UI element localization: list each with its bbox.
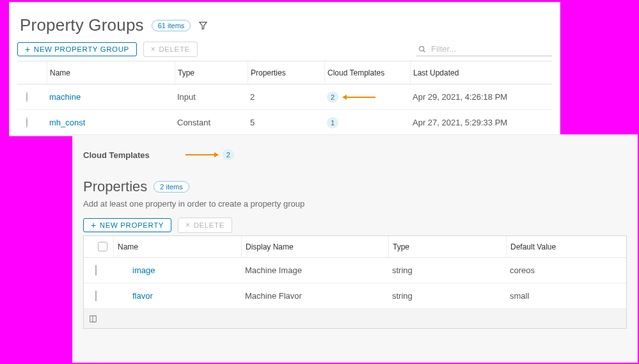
button-label: Delete <box>159 45 189 53</box>
close-icon: × <box>185 221 191 230</box>
cell-default: small <box>506 291 626 301</box>
select-all-checkbox[interactable] <box>98 242 107 251</box>
group-name-link[interactable]: machine <box>49 92 81 102</box>
svg-point-1 <box>420 46 424 51</box>
new-property-group-button[interactable]: + New Property Group <box>17 42 137 56</box>
radio-select[interactable] <box>26 91 28 102</box>
cell-type: Input <box>175 92 248 102</box>
col-name[interactable]: Name <box>113 236 241 257</box>
arrow-annotation-icon <box>185 154 215 155</box>
cell-type: Constant <box>175 118 248 127</box>
toolbar: + New Property Group × Delete <box>17 42 552 57</box>
cell-type: string <box>388 291 506 301</box>
cell-updated: Apr 29, 2021, 4:26:18 PM <box>410 92 552 102</box>
property-name-link[interactable]: flavor <box>132 291 153 301</box>
section-title: Properties <box>83 178 147 195</box>
properties-toolbar: + New Property × Delete <box>83 218 627 233</box>
item-count-pill: 2 items <box>154 181 189 193</box>
delete-button[interactable]: × Delete <box>143 42 198 57</box>
cell-props: 5 <box>248 118 324 127</box>
table-row[interactable]: mh_const Constant 5 1 Apr 27, 2021, 5:29… <box>17 110 552 136</box>
cloud-templates-label: Cloud Templates <box>83 150 150 160</box>
properties-header: Properties 2 items <box>83 178 627 195</box>
cloud-templates-row: Cloud Templates 2 <box>83 149 627 161</box>
cell-ct: 1 <box>324 117 410 129</box>
property-name-link[interactable]: image <box>132 265 155 275</box>
detail-panel: Cloud Templates 2 Properties 2 items Add… <box>72 134 638 363</box>
table-header-row: Name Type Properties Cloud Templates Las… <box>17 61 552 84</box>
cell-default: coreos <box>506 265 626 275</box>
ct-count-badge[interactable]: 2 <box>327 91 338 103</box>
col-type[interactable]: Type <box>388 236 506 257</box>
ct-count-badge[interactable]: 2 <box>223 149 234 161</box>
table-footer <box>84 309 626 328</box>
panel-header: Property Groups 61 items <box>20 15 552 35</box>
search-icon <box>418 45 427 54</box>
row-checkbox[interactable] <box>95 290 97 301</box>
delete-button[interactable]: × Delete <box>178 218 232 233</box>
column-settings-icon[interactable] <box>89 315 97 323</box>
ct-count-badge[interactable]: 1 <box>327 117 338 129</box>
arrow-annotation-icon <box>346 97 375 98</box>
filter-input[interactable] <box>431 44 551 54</box>
table-row[interactable]: flavor Machine Flavor string small <box>84 283 626 309</box>
property-groups-panel: Property Groups 61 items + New Property … <box>9 2 560 136</box>
svg-line-2 <box>423 50 425 52</box>
col-updated[interactable]: Last Updated <box>410 61 552 84</box>
new-property-button[interactable]: + New Property <box>83 218 171 232</box>
col-ct[interactable]: Cloud Templates <box>324 61 410 84</box>
properties-table: Name Display Name Type Default Value ima… <box>83 235 627 329</box>
filter-box[interactable] <box>416 42 552 56</box>
cell-props: 2 <box>248 92 324 102</box>
filter-icon[interactable] <box>198 20 208 30</box>
radio-select[interactable] <box>26 117 28 128</box>
col-name[interactable]: Name <box>47 61 175 84</box>
page-title: Property Groups <box>20 15 144 35</box>
table-header-row: Name Display Name Type Default Value <box>84 236 626 258</box>
row-checkbox[interactable] <box>95 265 97 276</box>
cell-display: Machine Image <box>241 265 388 275</box>
col-type[interactable]: Type <box>175 61 248 84</box>
col-display[interactable]: Display Name <box>241 236 388 257</box>
col-default[interactable]: Default Value <box>506 236 626 257</box>
cell-updated: Apr 27, 2021, 5:29:33 PM <box>410 118 552 127</box>
button-label: New Property <box>100 221 164 229</box>
plus-icon: + <box>91 222 97 228</box>
button-label: New Property Group <box>34 45 129 53</box>
item-count-pill: 61 items <box>152 20 191 31</box>
col-props[interactable]: Properties <box>248 61 324 84</box>
cell-ct: 2 <box>324 91 410 103</box>
plus-icon: + <box>25 46 31 52</box>
group-name-link[interactable]: mh_const <box>49 118 85 127</box>
table-row[interactable]: image Machine Image string coreos <box>84 258 626 283</box>
cell-display: Machine Flavor <box>241 291 388 301</box>
svg-marker-0 <box>200 22 207 29</box>
button-label: Delete <box>194 221 225 229</box>
property-groups-table: Name Type Properties Cloud Templates Las… <box>17 61 552 136</box>
table-row[interactable]: machine Input 2 2 Apr 29, 2021, 4:26:18 … <box>17 84 552 110</box>
close-icon: × <box>151 45 156 54</box>
cell-type: string <box>388 265 506 275</box>
section-description: Add at least one property in order to cr… <box>83 199 627 209</box>
